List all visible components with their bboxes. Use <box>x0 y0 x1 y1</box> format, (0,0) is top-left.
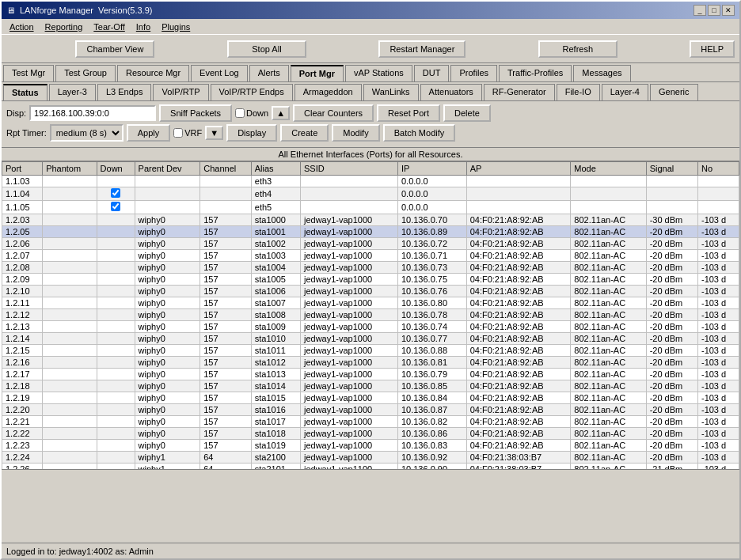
table-row[interactable]: 1.2.18wiphy0157sta1014jedway1-vap100010.… <box>2 380 739 392</box>
table-row[interactable]: 1.2.09wiphy0157sta1005jedway1-vap100010.… <box>2 274 739 286</box>
create-button[interactable]: Create <box>280 124 329 142</box>
tab-l3-endps[interactable]: L3 Endps <box>97 84 151 100</box>
batch-modify-button[interactable]: Batch Modify <box>383 124 456 142</box>
cell-alias: eth5 <box>251 201 300 214</box>
cell-signal: -20 dBm <box>646 262 697 274</box>
tab-test-group[interactable]: Test Group <box>55 65 116 81</box>
table-row[interactable]: 1.1.03eth30.0.0.0 <box>2 176 739 187</box>
cell-channel: 157 <box>200 369 252 380</box>
tab-layer3[interactable]: Layer-3 <box>49 84 96 100</box>
tab-port-mgr[interactable]: Port Mgr <box>291 65 344 81</box>
table-row[interactable]: 1.2.14wiphy0157sta1010jedway1-vap100010.… <box>2 333 739 345</box>
tab-file-io[interactable]: File-IO <box>557 84 600 100</box>
tab-alerts[interactable]: Alerts <box>249 65 289 81</box>
menu-plugins[interactable]: Plugins <box>157 21 195 32</box>
table-row[interactable]: 1.2.21wiphy0157sta1017jedway1-vap100010.… <box>2 416 739 428</box>
table-row[interactable]: 1.2.23wiphy0157sta1019jedway1-vap100010.… <box>2 440 739 452</box>
reset-port-button[interactable]: Reset Port <box>377 104 440 122</box>
maximize-button[interactable]: □ <box>708 5 720 16</box>
refresh-button[interactable]: Refresh <box>538 40 618 58</box>
apply-button[interactable]: Apply <box>127 124 171 142</box>
controls-area: Disp: Sniff Packets Down ▲ Clear Counter… <box>2 101 739 148</box>
cell-down <box>97 333 135 345</box>
down-arrow-button[interactable]: ▲ <box>272 106 290 120</box>
tab-layer4[interactable]: Layer-4 <box>602 84 648 100</box>
vrf-arrow-button[interactable]: ▼ <box>205 126 223 140</box>
table-row[interactable]: 1.2.15wiphy0157sta1011jedway1-vap100010.… <box>2 345 739 357</box>
table-row[interactable]: 1.2.13wiphy0157sta1009jedway1-vap100010.… <box>2 321 739 333</box>
cell-phantom <box>43 440 97 452</box>
tab-status[interactable]: Status <box>3 84 48 100</box>
cell-port: 1.2.24 <box>2 452 43 464</box>
table-row[interactable]: 1.2.26wiphy164sta2101jedway1-vap110010.1… <box>2 464 739 471</box>
table-row[interactable]: 1.2.11wiphy0157sta1007jedway1-vap100010.… <box>2 297 739 309</box>
table-row[interactable]: 1.2.12wiphy0157sta1008jedway1-vap100010.… <box>2 309 739 321</box>
chamber-view-button[interactable]: Chamber View <box>75 40 154 58</box>
tab-rf-generator[interactable]: RF-Generator <box>484 84 555 100</box>
table-row[interactable]: 1.1.05eth50.0.0.0 <box>2 201 739 214</box>
delete-button[interactable]: Delete <box>443 104 491 122</box>
stop-all-button[interactable]: Stop All <box>227 40 306 58</box>
display-button[interactable]: Display <box>226 124 277 142</box>
tab-wanlinks[interactable]: WanLinks <box>363 84 419 100</box>
tab-event-log[interactable]: Event Log <box>191 65 248 81</box>
sniff-packets-button[interactable]: Sniff Packets <box>159 104 232 122</box>
table-row[interactable]: 1.2.16wiphy0157sta1012jedway1-vap100010.… <box>2 357 739 369</box>
tab-messages[interactable]: Messages <box>573 65 630 81</box>
menu-tearoff[interactable]: Tear-Off <box>89 21 130 32</box>
table-row[interactable]: 1.1.04eth40.0.0.0 <box>2 187 739 201</box>
tab-test-mgr[interactable]: Test Mgr <box>3 65 54 81</box>
table-row[interactable]: 1.2.17wiphy0157sta1013jedway1-vap100010.… <box>2 369 739 380</box>
cell-down <box>97 416 135 428</box>
tab-armageddon[interactable]: Armageddon <box>294 84 362 100</box>
down-checkbox[interactable] <box>235 108 245 118</box>
close-button[interactable]: ✕ <box>722 5 735 16</box>
table-container[interactable]: Port Phantom Down Parent Dev Channel Ali… <box>2 161 739 470</box>
cell-signal: -20 dBm <box>646 452 697 464</box>
restart-manager-button[interactable]: Restart Manager <box>378 40 466 58</box>
table-row[interactable]: 1.2.20wiphy0157sta1016jedway1-vap100010.… <box>2 404 739 416</box>
cell-port: 1.2.12 <box>2 309 43 321</box>
menu-reporting[interactable]: Reporting <box>40 21 88 32</box>
modify-button[interactable]: Modify <box>332 124 379 142</box>
cell-port: 1.2.06 <box>2 238 43 250</box>
tab-resource-mgr[interactable]: Resource Mgr <box>117 65 189 81</box>
disp-input[interactable] <box>29 105 156 121</box>
tab-attenuators[interactable]: Attenuators <box>420 84 482 100</box>
tab-vap-stations[interactable]: vAP Stations <box>345 65 412 81</box>
tab-voip-rtp-endps[interactable]: VoIP/RTP Endps <box>211 84 293 100</box>
table-row[interactable]: 1.2.06wiphy0157sta1002jedway1-vap100010.… <box>2 238 739 250</box>
tab-traffic-profiles[interactable]: Traffic-Profiles <box>499 65 572 81</box>
cell-ap: 04:F0:21:A8:92:AB <box>466 416 571 428</box>
toolbar: Chamber View Stop All Restart Manager Re… <box>2 35 739 63</box>
tab-generic[interactable]: Generic <box>650 84 698 100</box>
table-row[interactable]: 1.2.05wiphy0157sta1001jedway1-vap100010.… <box>2 226 739 238</box>
table-row[interactable]: 1.2.24wiphy164sta2100jedway1-vap100010.1… <box>2 452 739 464</box>
clear-counters-button[interactable]: Clear Counters <box>293 104 374 122</box>
tab-profiles[interactable]: Profiles <box>450 65 497 81</box>
tab-voip-rtp[interactable]: VoIP/RTP <box>153 84 208 100</box>
cell-port: 1.2.13 <box>2 321 43 333</box>
cell-signal: -21 dBm <box>646 464 697 471</box>
rpt-timer-select[interactable]: medium (8 s) fast (1 s) slow (30 s) <box>50 124 124 142</box>
table-row[interactable]: 1.2.22wiphy0157sta1018jedway1-vap100010.… <box>2 428 739 440</box>
table-row[interactable]: 1.2.07wiphy0157sta1003jedway1-vap100010.… <box>2 250 739 262</box>
minimize-button[interactable]: _ <box>694 5 706 16</box>
title-bar: 🖥 LANforge Manager Version(5.3.9) _ □ ✕ <box>2 2 739 19</box>
status-bar: Logged in to: jedway1:4002 as: Admin <box>2 543 739 558</box>
tab-dut[interactable]: DUT <box>414 65 450 81</box>
cell-no <box>697 201 739 214</box>
table-row[interactable]: 1.2.19wiphy0157sta1015jedway1-vap100010.… <box>2 392 739 404</box>
vrf-checkbox[interactable] <box>173 128 183 138</box>
table-row[interactable]: 1.2.08wiphy0157sta1004jedway1-vap100010.… <box>2 262 739 274</box>
cell-down <box>97 380 135 392</box>
cell-port: 1.1.05 <box>2 201 43 214</box>
cell-alias: sta1012 <box>251 357 300 369</box>
menu-info[interactable]: Info <box>131 21 155 32</box>
menu-action[interactable]: Action <box>5 21 39 32</box>
title-bar-controls: _ □ ✕ <box>694 5 735 16</box>
help-button[interactable]: HELP <box>690 40 735 58</box>
cell-down <box>97 392 135 404</box>
table-row[interactable]: 1.2.10wiphy0157sta1006jedway1-vap100010.… <box>2 286 739 297</box>
table-row[interactable]: 1.2.03wiphy0157sta1000jedway1-vap100010.… <box>2 214 739 226</box>
